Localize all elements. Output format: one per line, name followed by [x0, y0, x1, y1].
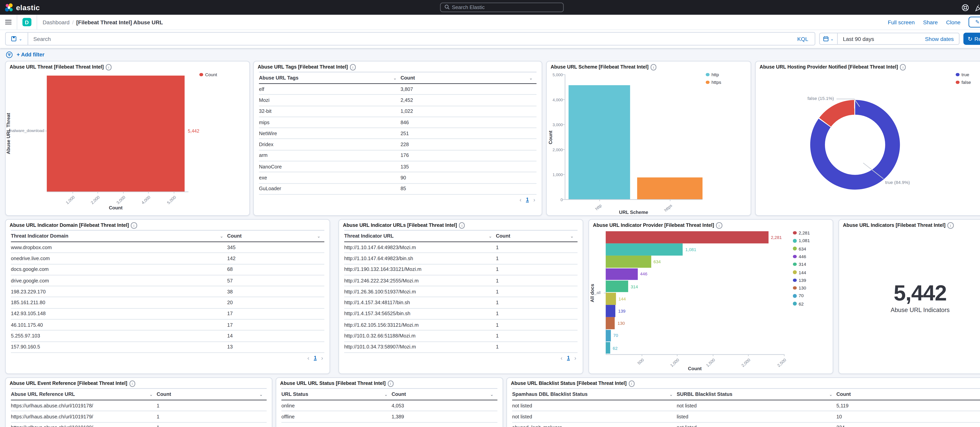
elastic-home-link[interactable]: elastic: [5, 0, 40, 15]
prev-page-icon[interactable]: ‹: [307, 355, 309, 361]
panel-title[interactable]: Abuse URL Blacklist Status [Filebeat Thr…: [511, 381, 635, 387]
chevron-down-icon[interactable]: ⌄: [384, 392, 388, 397]
bar-geenensp[interactable]: [606, 243, 682, 256]
column-header[interactable]: Threat Indicator Domain⌄: [11, 233, 227, 239]
info-icon[interactable]: i: [106, 64, 112, 70]
chevron-down-icon[interactable]: ⌄: [529, 75, 533, 80]
legend-item[interactable]: true: [956, 73, 969, 77]
share-button[interactable]: Share: [923, 19, 938, 25]
global-search-input[interactable]: Search Elastic: [440, 2, 563, 12]
info-icon[interactable]: i: [716, 222, 722, 229]
column-header[interactable]: Count⌄: [836, 391, 980, 397]
info-icon[interactable]: i: [129, 381, 135, 387]
bar-https[interactable]: [637, 178, 703, 199]
column-header[interactable]: Abuse URL Reference URL⌄: [11, 391, 157, 397]
bar-lrz_urlhaus[interactable]: [606, 231, 768, 243]
edit-button[interactable]: ✎ Edit: [969, 17, 980, 27]
kql-toggle-button[interactable]: KQL: [791, 36, 815, 42]
legend-item[interactable]: http: [706, 73, 719, 77]
prev-page-icon[interactable]: ‹: [520, 197, 522, 203]
menu-icon[interactable]: [5, 20, 11, 24]
show-dates-button[interactable]: Show dates: [925, 36, 959, 42]
panel-title[interactable]: Abuse URL Indicator Domain [Filebeat Thr…: [10, 222, 137, 229]
column-header[interactable]: SURBL Blacklist Status⌄: [676, 391, 836, 397]
full-screen-button[interactable]: Full screen: [888, 19, 915, 25]
legend-item[interactable]: Count: [199, 73, 217, 77]
breadcrumb-dashboard[interactable]: Dashboard: [43, 19, 70, 25]
bar-_morepoints[interactable]: [606, 268, 637, 280]
panel-title[interactable]: Abuse URL Indicator Provider [Filebeat T…: [593, 222, 722, 229]
bar-http[interactable]: [569, 85, 630, 199]
info-icon[interactable]: i: [900, 64, 906, 70]
next-page-icon[interactable]: ›: [574, 355, 576, 361]
prev-page-icon[interactable]: ‹: [560, 355, 563, 361]
info-icon[interactable]: i: [350, 64, 356, 70]
bar-Gandylyan1[interactable]: [606, 281, 628, 292]
chevron-down-icon[interactable]: ⌄: [220, 233, 223, 238]
page-number[interactable]: 1: [314, 355, 317, 361]
panel-title[interactable]: Abuse URL Threat [Filebeat Threat Intel]…: [10, 64, 112, 70]
bar-abuse_ch[interactable]: [606, 305, 616, 317]
legend-item[interactable]: 314: [793, 262, 806, 267]
legend-item[interactable]: https: [706, 80, 721, 85]
next-page-icon[interactable]: ›: [533, 197, 535, 203]
page-number[interactable]: 1: [526, 197, 529, 203]
legend-item[interactable]: 144: [793, 270, 806, 275]
chevron-down-icon[interactable]: ⌄: [393, 75, 397, 80]
legend-item[interactable]: 2,281: [793, 230, 810, 235]
next-page-icon[interactable]: ›: [321, 355, 323, 361]
chevron-down-icon[interactable]: ⌄: [488, 233, 492, 238]
time-range-value[interactable]: Last 90 days: [838, 36, 925, 42]
saved-query-menu-button[interactable]: ⌄: [6, 33, 28, 45]
chevron-down-icon[interactable]: ⌄: [317, 233, 320, 238]
news-party-icon[interactable]: [975, 3, 980, 11]
column-header[interactable]: Count⌄: [391, 391, 498, 397]
refresh-button[interactable]: ↻ Refresh: [963, 33, 980, 45]
legend-item[interactable]: 70: [793, 294, 803, 298]
clone-button[interactable]: Clone: [946, 19, 960, 25]
info-icon[interactable]: i: [131, 222, 137, 229]
column-header[interactable]: Count⌄: [496, 233, 578, 239]
panel-title[interactable]: Abuse URL Indicator URLs [Filebeat Threa…: [343, 222, 465, 229]
legend-item[interactable]: false: [956, 80, 971, 85]
help-icon[interactable]: [961, 3, 969, 11]
bar-zbetcheckin[interactable]: [606, 342, 610, 354]
page-number[interactable]: 1: [567, 355, 570, 361]
column-header[interactable]: Spamhaus DBL Blacklist Status⌄: [512, 391, 676, 397]
legend-item[interactable]: 139: [793, 278, 806, 283]
panel-title[interactable]: Abuse URL Scheme [Filebeat Threat Intel]…: [550, 64, 657, 70]
panel-title[interactable]: Abuse URL Hosting Provider Notified [Fil…: [759, 64, 906, 70]
bar-anonymous[interactable]: [606, 256, 651, 268]
info-icon[interactable]: i: [628, 381, 635, 387]
info-icon[interactable]: i: [459, 222, 465, 229]
column-header[interactable]: Threat Indicator URL⌄: [344, 233, 496, 239]
legend-item[interactable]: 62: [793, 302, 803, 306]
legend-item[interactable]: 1,081: [793, 238, 810, 243]
chevron-down-icon[interactable]: ⌄: [570, 233, 574, 238]
column-header[interactable]: Count⌄: [227, 233, 325, 239]
bar-reecdeep[interactable]: [606, 330, 611, 341]
filter-icon[interactable]: [6, 51, 13, 58]
bar-tolisec[interactable]: [606, 317, 615, 329]
chevron-down-icon[interactable]: ⌄: [669, 392, 673, 397]
info-icon[interactable]: i: [947, 222, 953, 229]
chevron-down-icon[interactable]: ⌄: [829, 392, 833, 397]
column-header[interactable]: Count⌄: [401, 75, 536, 81]
legend-item[interactable]: 446: [793, 254, 806, 259]
date-picker-menu-button[interactable]: ⌄: [820, 33, 838, 44]
panel-title[interactable]: Abuse URL Indicators [Filebeat Threat In…: [843, 222, 953, 229]
panel-title[interactable]: Abuse URL URL Status [Filebeat Threat In…: [280, 381, 394, 387]
legend-item[interactable]: 634: [793, 246, 806, 251]
chevron-down-icon[interactable]: ⌄: [150, 392, 153, 397]
dashboard-badge[interactable]: D: [22, 18, 31, 27]
chevron-down-icon[interactable]: ⌄: [490, 392, 493, 397]
panel-title[interactable]: Abuse URL Event Reference [Filebeat Thre…: [10, 381, 135, 387]
info-icon[interactable]: i: [651, 64, 657, 70]
column-header[interactable]: Count⌄: [157, 391, 267, 397]
panel-title[interactable]: Abuse URL Tags [Filebeat Threat Intel] i: [258, 64, 356, 70]
column-header[interactable]: Abuse URL Tags⌄: [259, 75, 401, 81]
add-filter-button[interactable]: + Add filter: [17, 51, 44, 58]
bar-malware_download[interactable]: [47, 76, 185, 192]
chevron-down-icon[interactable]: ⌄: [259, 392, 263, 397]
bar-stoerchl[interactable]: [606, 293, 616, 305]
